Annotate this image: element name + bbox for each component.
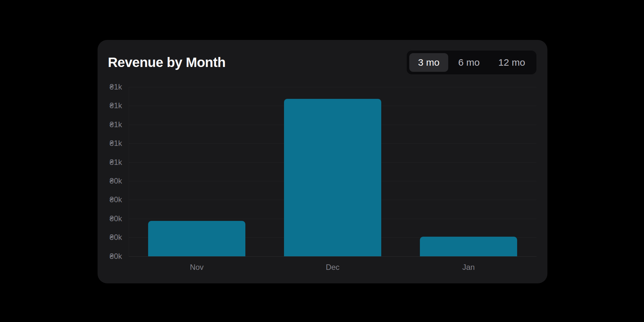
- revenue-card: Revenue by Month 3 mo6 mo12 mo ₴1k₴1k₴1k…: [98, 40, 547, 283]
- y-axis-tick-label: ₴1k: [98, 120, 122, 129]
- bar-nov[interactable]: [148, 221, 245, 256]
- y-axis-tick-label: ₴0k: [98, 176, 122, 185]
- y-axis-tick-label: ₴1k: [98, 82, 122, 91]
- page-background: Revenue by Month 3 mo6 mo12 mo ₴1k₴1k₴1k…: [0, 0, 644, 322]
- bar-dec[interactable]: [284, 99, 381, 256]
- y-axis-tick-label: ₴0k: [98, 233, 122, 242]
- y-axis-tick-label: ₴1k: [98, 158, 122, 167]
- bar-cell: [265, 87, 401, 256]
- y-axis-tick-label: ₴1k: [98, 139, 122, 148]
- y-axis-tick-label: ₴0k: [98, 195, 122, 204]
- x-axis-label-dec: Dec: [265, 263, 401, 272]
- x-axis-label-nov: Nov: [129, 263, 265, 272]
- bar-cell: [401, 87, 536, 256]
- bars-area: [129, 87, 536, 256]
- bar-jan[interactable]: [420, 237, 517, 256]
- bar-cell: [129, 87, 265, 256]
- x-axis-label-jan: Jan: [401, 263, 536, 272]
- y-axis-tick-label: ₴1k: [98, 101, 122, 110]
- x-axis: NovDecJan: [129, 263, 536, 272]
- y-axis-tick-label: ₴0k: [98, 252, 122, 261]
- y-axis-tick-label: ₴0k: [98, 214, 122, 223]
- revenue-bar-chart: ₴1k₴1k₴1k₴1k₴1k₴0k₴0k₴0k₴0k₴0kNovDecJan: [98, 40, 547, 283]
